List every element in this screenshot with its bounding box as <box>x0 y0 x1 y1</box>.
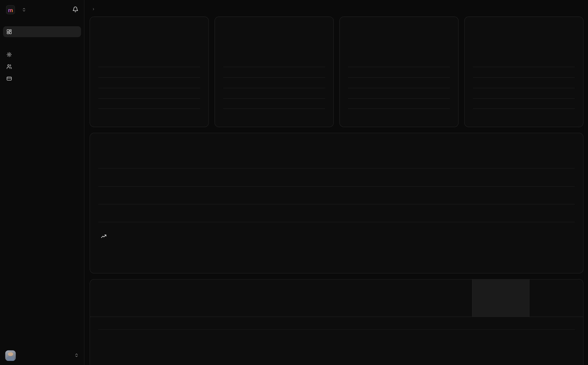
credit-card-icon <box>7 76 12 81</box>
sparkline-chart <box>473 66 575 118</box>
main-content: › <box>84 0 588 365</box>
dashboard-icon <box>7 29 12 35</box>
visitors-card <box>90 133 583 274</box>
sidebar-nav-settings <box>0 49 84 84</box>
chevron-right-icon: › <box>93 6 94 12</box>
app-root: m <box>0 0 588 365</box>
sidebar-item-billing[interactable] <box>3 73 81 84</box>
stat-card-new-customers <box>464 17 583 127</box>
visitors-footer <box>98 234 575 240</box>
gear-icon <box>7 52 12 57</box>
trending-up-icon <box>101 234 106 240</box>
workspace-selector[interactable]: m <box>0 0 84 14</box>
stat-card-fees <box>339 17 459 127</box>
sparkline-x-axis <box>223 113 325 118</box>
toggle-desktop[interactable] <box>472 280 529 316</box>
sparkline-chart <box>98 66 200 118</box>
user-avatar <box>5 351 16 361</box>
sparkline-chart <box>223 66 325 118</box>
stat-cards-row <box>90 17 583 127</box>
sidebar-nav-application <box>0 26 84 37</box>
page-views-card <box>90 279 583 365</box>
sparkline-chart <box>348 66 450 118</box>
notifications-bell-icon[interactable] <box>72 7 78 14</box>
makerkit-logo: m <box>6 5 15 14</box>
chevrons-up-down-icon <box>22 7 26 12</box>
sparkline-x-axis <box>473 113 575 118</box>
stat-card-mrr <box>90 17 209 127</box>
sparkline-x-axis <box>98 113 200 118</box>
sidebar-item-members[interactable] <box>3 61 81 72</box>
user-menu[interactable] <box>0 346 84 365</box>
chevrons-up-down-icon <box>74 352 79 359</box>
visitors-area-chart <box>98 150 575 222</box>
toggle-mobile[interactable] <box>529 280 583 316</box>
breadcrumb: › <box>90 6 583 12</box>
page-views-series-toggles <box>472 280 583 316</box>
sidebar-item-dashboard[interactable] <box>3 26 81 37</box>
sparkline-x-axis <box>348 113 450 118</box>
page-views-header <box>90 280 583 317</box>
users-icon <box>7 64 12 69</box>
sidebar-item-settings[interactable] <box>3 49 81 60</box>
stat-card-revenue <box>214 17 334 127</box>
sidebar: m <box>0 0 84 365</box>
page-views-bar-chart <box>98 317 575 365</box>
